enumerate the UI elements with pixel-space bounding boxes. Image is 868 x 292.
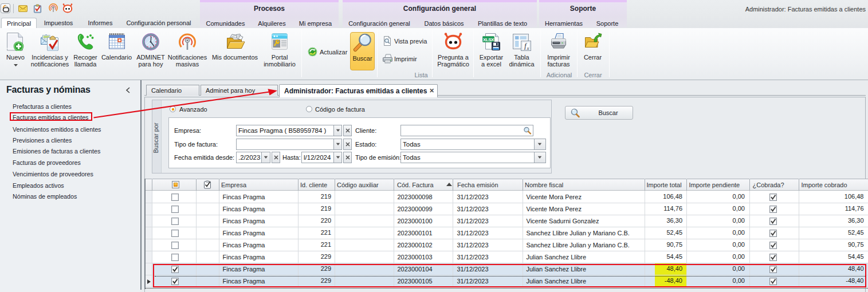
svg-text:x: x [526,46,529,51]
svg-text:XLSX: XLSX [483,37,494,42]
